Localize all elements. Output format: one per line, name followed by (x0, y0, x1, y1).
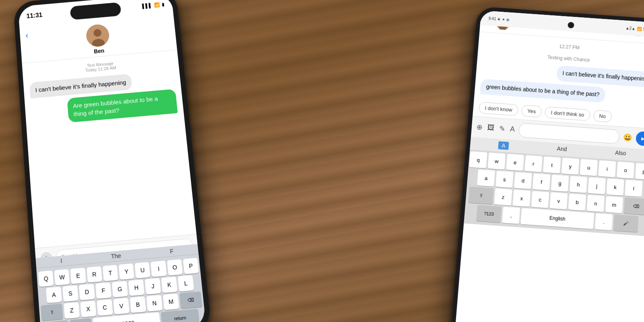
key-a[interactable]: A (46, 287, 62, 303)
key-m[interactable]: M (163, 293, 180, 310)
android-key-u[interactable]: u (580, 159, 597, 176)
edit-icon[interactable]: ✎ (499, 124, 506, 134)
key-g[interactable]: G (112, 281, 128, 297)
key-i[interactable]: I (151, 260, 167, 277)
key-d[interactable]: D (79, 284, 95, 300)
key-o[interactable]: O (167, 259, 183, 276)
key-v[interactable]: V (113, 298, 129, 314)
android-key-mic[interactable]: 🎤 (613, 215, 639, 232)
smart-reply-2[interactable]: Yes (521, 105, 542, 118)
smart-reply-1[interactable]: I don't know (479, 102, 519, 116)
android-key-b[interactable]: b (568, 194, 586, 211)
android-key-y[interactable]: y (561, 158, 579, 175)
key-t[interactable]: T (103, 265, 118, 281)
sticker-icon[interactable]: 🖼 (487, 124, 495, 133)
android-key-shift[interactable]: ⇧ (469, 187, 494, 204)
android-key-j[interactable]: j (588, 177, 605, 194)
android-key-x[interactable]: x (513, 190, 531, 207)
android-key-d[interactable]: d (514, 172, 532, 190)
android-key-a[interactable]: a (477, 169, 495, 187)
android-key-comma[interactable]: , (502, 207, 520, 224)
android-key-numbers[interactable]: ?123 (476, 205, 502, 223)
android-key-z[interactable]: z (494, 188, 512, 206)
android-key-i[interactable]: i (598, 160, 616, 178)
key-return[interactable]: return (161, 309, 200, 322)
key-u[interactable]: U (135, 262, 151, 279)
android-wifi: 📶 (637, 27, 642, 31)
key-q[interactable]: Q (38, 270, 54, 287)
key-f[interactable]: F (95, 282, 111, 299)
iphone-contact-name: Ben (94, 47, 105, 54)
key-h[interactable]: H (128, 279, 144, 296)
suggestion-1[interactable]: I (60, 258, 62, 264)
android-status-left: 9:41 ★ ✦ ⊕ (488, 16, 510, 22)
android-keyboard: q w e r t y u i o p a s d f g h j k l (464, 150, 644, 237)
android-device: 9:41 ★ ✦ ⊕ ▲2▲ 📶 92%▮ ← Chance Miller (448, 6, 644, 322)
android-notifications: ★ ✦ ⊕ (497, 17, 510, 22)
android-screen: 9:41 ★ ✦ ⊕ ▲2▲ 📶 92%▮ ← Chance Miller (452, 10, 644, 322)
android-key-m[interactable]: m (605, 196, 623, 213)
key-e[interactable]: E (70, 268, 86, 284)
smart-reply-4[interactable]: No (593, 110, 612, 123)
smart-reply-3[interactable]: I don't think so (545, 107, 590, 121)
emoji-icon[interactable]: 😀 (623, 133, 632, 142)
key-s[interactable]: S (62, 285, 78, 302)
suggestion-2[interactable]: The (111, 252, 121, 260)
android-key-space[interactable]: English (520, 208, 594, 229)
key-emoji[interactable]: ☺ (70, 318, 93, 322)
android-key-w[interactable]: w (488, 153, 506, 170)
key-j[interactable]: J (145, 278, 161, 295)
android-key-r[interactable]: r (524, 155, 543, 173)
android-key-g[interactable]: g (551, 175, 569, 192)
add-content-icon[interactable]: ⊕ (476, 123, 483, 132)
contact-avatar (85, 24, 110, 47)
key-w[interactable]: W (54, 269, 70, 285)
key-b[interactable]: B (130, 296, 146, 313)
signal-bars-icon: ▌▌▌ (142, 2, 153, 8)
android-key-period[interactable]: . (595, 213, 613, 231)
suggestion-3[interactable]: F (170, 248, 174, 254)
android-time: 9:41 (488, 16, 496, 21)
key-l[interactable]: L (178, 275, 194, 292)
key-k[interactable]: K (161, 277, 178, 293)
android-signal: ▲2▲ (625, 26, 636, 31)
key-shift[interactable]: ⇧ (41, 303, 63, 321)
sms-send-button[interactable]: ► (636, 131, 644, 147)
key-r[interactable]: R (87, 266, 102, 283)
android-key-v[interactable]: v (550, 192, 568, 210)
key-z[interactable]: Z (64, 302, 80, 319)
key-c[interactable]: C (97, 299, 113, 316)
android-input-icons: ⊕ 🖼 ✎ A (476, 123, 515, 134)
key-delete[interactable]: ⌫ (180, 291, 202, 309)
android-key-c[interactable]: c (531, 191, 549, 208)
iphone-screen: 11:31 ▌▌▌ 📶 ▮ ‹ Ben Tex (18, 0, 206, 322)
android-key-s[interactable]: s (495, 171, 514, 188)
android-status-right: ▲2▲ 📶 92%▮ (625, 26, 644, 32)
android-key-k[interactable]: k (606, 179, 624, 196)
iphone-status-icons: ▌▌▌ 📶 ▮ (142, 2, 165, 9)
android-text-input[interactable] (518, 123, 620, 144)
android-key-q[interactable]: q (469, 151, 487, 168)
android-key-p[interactable]: p (635, 163, 644, 180)
android-key-l[interactable]: l (625, 180, 642, 197)
key-p[interactable]: P (183, 258, 199, 274)
key-x[interactable]: X (80, 301, 96, 317)
android-key-n[interactable]: n (587, 195, 605, 212)
font-icon[interactable]: A (510, 125, 515, 134)
iphone-time: 11:31 (26, 11, 43, 19)
android-suggestion-highlighted[interactable]: A (498, 141, 509, 150)
key-y[interactable]: Y (119, 263, 134, 280)
android-key-delete[interactable]: ⌫ (624, 198, 644, 215)
android-key-t[interactable]: t (543, 157, 561, 174)
key-n[interactable]: N (146, 295, 163, 312)
send-icon: ► (640, 135, 644, 142)
android-key-e[interactable]: e (506, 154, 524, 171)
back-button[interactable]: ‹ (25, 31, 29, 41)
android-key-f[interactable]: f (533, 173, 551, 191)
key-numbers[interactable]: 123 (46, 320, 69, 322)
android-suggestion-3[interactable]: Also (615, 149, 626, 158)
android-suggestion-2[interactable]: And (557, 145, 567, 154)
android-key-h[interactable]: h (570, 176, 588, 193)
android-key-o[interactable]: o (617, 162, 634, 179)
android-messages: 12:27 PM Texting with Chance I can't bel… (474, 32, 644, 111)
